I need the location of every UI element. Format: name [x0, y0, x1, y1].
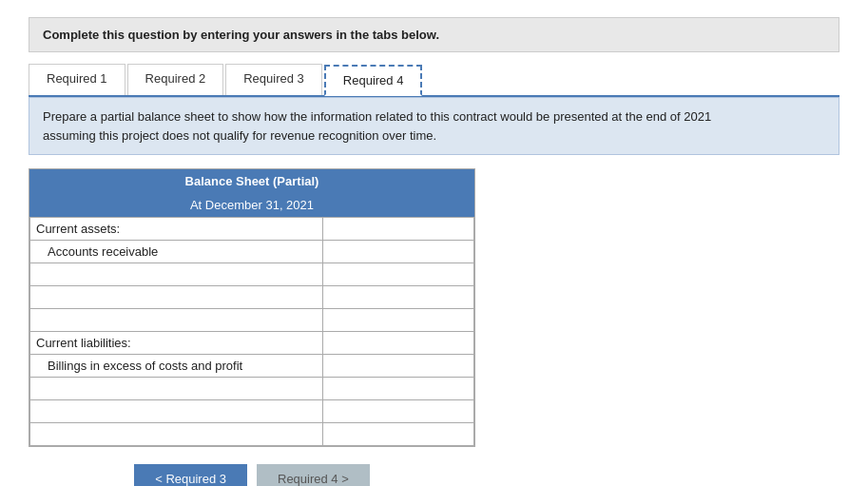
billings-value[interactable]	[323, 355, 474, 378]
empty-row1-label-input[interactable]	[36, 267, 317, 282]
empty-row2-value-input[interactable]	[329, 290, 468, 304]
table-row: Billings in excess of costs and profit	[30, 355, 474, 378]
empty-row4-value-input[interactable]	[329, 381, 468, 396]
billings-value-input[interactable]	[329, 359, 468, 373]
empty-row5-value-input[interactable]	[329, 404, 468, 418]
current-liabilities-label: Current liabilities:	[30, 332, 323, 355]
empty-row4-label-input[interactable]	[36, 381, 317, 396]
table-row	[30, 286, 474, 309]
empty-row2-label-input[interactable]	[36, 290, 317, 304]
current-assets-label: Current assets:	[30, 218, 323, 241]
accounts-receivable-input[interactable]	[329, 244, 468, 259]
table-row	[30, 400, 474, 423]
next-button-label: Required 4 >	[278, 472, 349, 486]
empty-row5-label-input[interactable]	[36, 404, 317, 418]
table-row	[30, 309, 474, 332]
table-row	[30, 423, 474, 446]
table-row	[30, 378, 474, 400]
billings-label: Billings in excess of costs and profit	[30, 355, 323, 378]
description-box: Prepare a partial balance sheet to show …	[29, 97, 839, 155]
balance-sheet-table-container: Balance Sheet (Partial) At December 31, …	[29, 168, 475, 447]
prev-button-label: < Required 3	[155, 472, 226, 486]
empty-row3-label-input[interactable]	[36, 313, 317, 327]
tab-required-1[interactable]: Required 1	[29, 64, 125, 95]
empty-row1-value-input[interactable]	[329, 267, 468, 282]
instruction-text: Complete this question by entering your …	[43, 28, 439, 42]
current-liabilities-header-row: Current liabilities:	[30, 332, 474, 355]
prev-button[interactable]: < Required 3	[134, 464, 247, 486]
table-row	[30, 263, 474, 286]
tabs-row: Required 1 Required 2 Required 3 Require…	[29, 64, 839, 97]
table-row: Accounts receivable	[30, 241, 474, 263]
empty-row6-value-input[interactable]	[329, 427, 468, 441]
current-assets-header-row: Current assets:	[30, 218, 474, 241]
current-assets-value-header	[323, 218, 474, 241]
tab-required-3[interactable]: Required 3	[225, 64, 322, 95]
table-subtitle: At December 31, 2021	[29, 193, 474, 217]
next-button[interactable]: Required 4 >	[257, 464, 370, 486]
nav-buttons: < Required 3 Required 4 >	[29, 464, 475, 486]
tab-required-4[interactable]: Required 4	[324, 65, 423, 96]
balance-table: Current assets: Accounts receivable	[29, 217, 474, 446]
accounts-receivable-label: Accounts receivable	[30, 241, 323, 263]
tab-required-2[interactable]: Required 2	[127, 64, 224, 95]
current-liabilities-value-header	[323, 332, 474, 355]
description-text: Prepare a partial balance sheet to show …	[43, 109, 711, 143]
instruction-box: Complete this question by entering your …	[29, 17, 839, 52]
empty-row3-value-input[interactable]	[329, 313, 468, 327]
empty-row6-label-input[interactable]	[36, 427, 317, 441]
accounts-receivable-value[interactable]	[323, 241, 474, 263]
table-title: Balance Sheet (Partial)	[29, 169, 474, 193]
